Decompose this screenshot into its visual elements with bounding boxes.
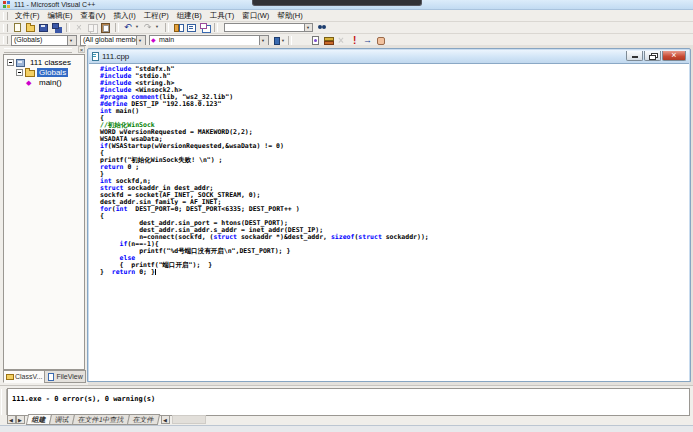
toolbar-gripper[interactable] — [3, 24, 8, 32]
tree-expander-icon[interactable] — [7, 59, 14, 66]
standard-toolbar — [0, 22, 693, 34]
tree-item-globals[interactable]: Globals — [4, 67, 84, 77]
breakpoint-icon[interactable] — [375, 35, 386, 46]
fileview-tab-icon — [47, 373, 55, 380]
member-combo-arrow-icon[interactable] — [259, 36, 268, 45]
code-line: WORD wVersionRequested = MAKEWORD(2,2); — [100, 129, 689, 136]
close-button[interactable] — [662, 51, 686, 61]
new-file-icon[interactable] — [12, 22, 23, 33]
minimize-button[interactable] — [626, 51, 643, 61]
build-result-text: 111.exe - 0 error(s), 0 warning(s) — [8, 389, 689, 403]
menu-item-3[interactable]: 查看(V) — [77, 10, 110, 21]
wizardbar-gripper[interactable] — [3, 36, 8, 44]
wizard-actions-icon[interactable] — [273, 35, 284, 46]
window-list-icon[interactable] — [199, 22, 210, 33]
code-editor[interactable]: #include "stdafx.h"#include "stdio.h"#in… — [89, 63, 689, 381]
find-in-files-icon[interactable] — [317, 22, 328, 33]
code-line: if(WSAStartup(wVersionRequested,&wsaData… — [100, 143, 689, 150]
editor-window-buttons — [625, 51, 686, 61]
code-line: } return 0; } — [100, 269, 689, 276]
find-combo-arrow-icon[interactable] — [304, 23, 313, 32]
toolbar-separator — [66, 23, 70, 32]
compile-icon[interactable] — [310, 35, 321, 46]
menu-item-1[interactable]: 文件(F) — [11, 10, 44, 21]
tree-label: Globals — [37, 68, 68, 77]
open-file-icon[interactable] — [25, 22, 36, 33]
dropdown-arrow-icon[interactable] — [135, 22, 142, 33]
output-tabs: 组建调试在文件1中查找在文件 — [27, 414, 158, 425]
toolbar-separator — [288, 36, 292, 45]
window-titlebar[interactable]: 111 - Microsoft Visual C++ — [0, 0, 693, 10]
editor-titlebar[interactable]: 111.cpp — [89, 50, 689, 64]
tree-label: main() — [37, 78, 64, 87]
code-line: #include "stdafx.h" — [100, 66, 689, 73]
editor-window: 111.cpp #include "stdafx.h"#include "std… — [87, 48, 691, 382]
find-combo-input[interactable] — [224, 23, 304, 32]
tree-expander-icon[interactable] — [16, 69, 23, 76]
go-icon[interactable] — [362, 35, 373, 46]
dropdown-arrow-icon[interactable] — [155, 22, 162, 33]
window-title: 111 - Microsoft Visual C++ — [14, 0, 95, 9]
app-icon — [3, 1, 10, 8]
class-combo[interactable]: (Globals) — [11, 35, 77, 46]
menu-item-2[interactable]: 编辑(E) — [44, 10, 77, 21]
tree-item-main--[interactable]: main() — [4, 77, 84, 87]
classes-root-icon — [16, 58, 26, 67]
menu-item-5[interactable]: 工程(P) — [140, 10, 173, 21]
code-line: } — [100, 171, 689, 178]
restore-button[interactable] — [644, 51, 661, 61]
workspace-tab-fileview[interactable]: FileView — [44, 370, 85, 383]
workspace-tab-classview[interactable]: ClassV... — [3, 370, 45, 383]
workspace-close-icon[interactable]: × — [78, 46, 85, 53]
workspace-tabs: ClassV...FileView — [2, 370, 86, 384]
filter-combo[interactable]: (All global members) — [80, 35, 146, 46]
save-all-icon[interactable] — [51, 22, 62, 33]
menu-item-9[interactable]: 帮助(H) — [273, 10, 306, 21]
save-icon[interactable] — [38, 22, 49, 33]
code-line: n=connect(sockfd, (struct sockaddr *)&de… — [100, 234, 689, 241]
menu-bar: 文件(F)编辑(E)查看(V)插入(I)工程(P)组建(B)工具(T)窗口(W)… — [0, 10, 693, 22]
redo-icon[interactable] — [143, 22, 154, 33]
paste-icon[interactable] — [100, 22, 111, 33]
standard-toolbar-buttons — [11, 22, 211, 33]
build-icon[interactable] — [323, 35, 334, 46]
workspace-icon[interactable] — [173, 22, 184, 33]
tab-scroll-left-icon[interactable] — [7, 415, 16, 424]
output-pane[interactable]: 111.exe - 0 error(s), 0 warning(s) — [7, 388, 690, 416]
member-combo[interactable]: main — [149, 35, 269, 46]
workspace-gripper[interactable]: × — [2, 46, 86, 53]
cut-icon[interactable] — [74, 22, 85, 33]
stop-build-icon[interactable] — [336, 35, 347, 46]
tab-scroll-right-icon[interactable] — [16, 415, 25, 424]
undo-icon[interactable] — [123, 22, 134, 33]
hscroll-left-icon[interactable] — [161, 415, 170, 424]
copy-icon[interactable] — [87, 22, 98, 33]
toolbar-separator — [115, 23, 119, 32]
code-line: #include <string.h> — [100, 80, 689, 87]
source-file-icon — [92, 52, 99, 61]
tab-label: FileView — [56, 373, 82, 380]
filter-combo-arrow-icon[interactable] — [136, 36, 145, 45]
output-tab[interactable]: 在文件 — [127, 414, 160, 425]
class-combo-arrow-icon[interactable] — [67, 36, 76, 45]
output-tab[interactable]: 在文件1中查找 — [72, 414, 130, 425]
vc6-main-window: 111 - Microsoft Visual C++ 文件(F)编辑(E)查看(… — [0, 0, 693, 432]
classview-tab-icon — [6, 373, 14, 380]
tree-label: 111 classes — [28, 58, 73, 67]
window-bottom-edge — [0, 425, 693, 432]
code-line: #include "stdio.h" — [100, 73, 689, 80]
menu-item-8[interactable]: 窗口(W) — [238, 10, 273, 21]
hscroll-track[interactable] — [172, 415, 206, 424]
menu-item-7[interactable]: 工具(T) — [206, 10, 239, 21]
output-icon[interactable] — [186, 22, 197, 33]
code-line: #define DEST_IP "192.168.0.123" — [100, 101, 689, 108]
tree-item-111-classes[interactable]: 111 classes — [4, 57, 84, 67]
menu-item-4[interactable]: 插入(I) — [110, 10, 140, 21]
menu-gripper[interactable] — [3, 12, 8, 20]
menu-item-6[interactable]: 组建(B) — [173, 10, 206, 21]
member-icon — [25, 78, 35, 87]
editor-title: 111.cpp — [102, 52, 129, 61]
code-line: printf("初始化WinSock失败! \n") ; — [100, 157, 689, 164]
classview-tree[interactable]: 111 classesGlobalsmain() — [3, 54, 85, 370]
execute-icon[interactable] — [349, 35, 360, 46]
